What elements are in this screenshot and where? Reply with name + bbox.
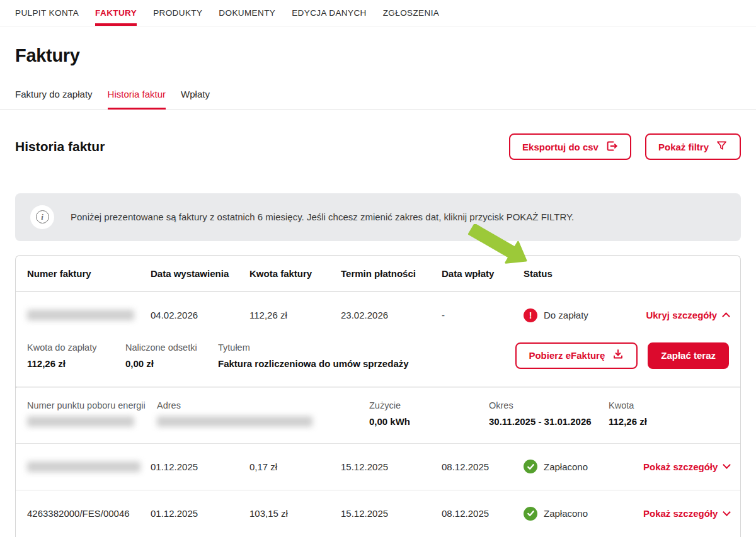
- invoice-number-redacted: [27, 310, 151, 320]
- col-header-payment-date: Data wpłaty: [442, 268, 524, 279]
- table-row: 4263382000/FES/00046 01.12.2025 103,15 z…: [16, 490, 740, 537]
- table-row: 04.02.2026 112,26 zł 23.02.2026 - ! Do z…: [16, 292, 740, 339]
- tab-faktury-do-zaplaty[interactable]: Faktury do zapłaty: [15, 84, 93, 110]
- export-icon: [605, 140, 618, 154]
- status-label: Do zapłaty: [544, 310, 588, 320]
- export-csv-button[interactable]: Eksportuj do csv: [509, 133, 631, 160]
- show-filters-label: Pokaż filtry: [658, 142, 709, 152]
- due-date: 15.12.2025: [341, 461, 442, 472]
- amount-field: Kwota 112,26 zł: [609, 400, 729, 427]
- paid-check-icon: [524, 460, 537, 473]
- nav-item-produkty[interactable]: PRODUKTY: [153, 0, 202, 26]
- nav-item-dokumenty[interactable]: DOKUMENTY: [219, 0, 275, 26]
- invoice-number: 4263382000/FES/00046: [27, 508, 151, 519]
- invoice-title-field: Tytułem Faktura rozliczeniowa do umów sp…: [218, 342, 515, 369]
- table-header-row: Numer faktury Data wystawienia Kwota fak…: [16, 256, 740, 292]
- col-header-due-date: Termin płatności: [341, 268, 442, 279]
- tab-wplaty[interactable]: Wpłaty: [181, 84, 210, 110]
- col-header-status: Status: [524, 268, 643, 279]
- nav-item-pulpit-konta[interactable]: PULPIT KONTA: [15, 0, 79, 26]
- ppe-number-redacted: [27, 416, 134, 427]
- info-icon: i: [30, 205, 54, 229]
- nav-item-zgloszenia[interactable]: ZGŁOSZENIA: [383, 0, 440, 26]
- export-csv-label: Eksportuj do csv: [522, 142, 598, 152]
- invoice-portal-page: { "colors":{"accent_red":"#dc0a2d","stat…: [0, 0, 756, 537]
- nav-item-faktury[interactable]: FAKTURY: [95, 0, 137, 26]
- invoice-amount: 0,17 zł: [249, 461, 341, 472]
- invoice-amount: 103,15 zł: [249, 508, 341, 519]
- status-badge: Zapłacono: [524, 460, 643, 473]
- status-label: Zapłacono: [544, 508, 588, 519]
- address-redacted: [157, 416, 312, 427]
- paid-check-icon: [524, 507, 537, 521]
- section-header: Historia faktur Eksportuj do csv Pokaż f…: [0, 128, 756, 166]
- table-row: 01.12.2025 0,17 zł 15.12.2025 08.12.2025…: [16, 444, 740, 490]
- status-label: Zapłacono: [544, 461, 588, 472]
- top-navigation: PULPIT KONTA FAKTURY PRODUKTY DOKUMENTY …: [0, 0, 756, 26]
- invoice-details-delivery-point: Numer punktu poboru energii Adres Zużyci…: [16, 388, 740, 443]
- col-header-number: Numer faktury: [27, 268, 151, 279]
- show-details-link[interactable]: Pokaż szczegóły: [643, 508, 730, 519]
- show-details-link[interactable]: Pokaż szczegóły: [643, 461, 730, 472]
- chevron-up-icon: [722, 312, 730, 320]
- payment-date: -: [442, 310, 524, 320]
- invoice-table: Numer faktury Data wystawienia Kwota fak…: [15, 255, 741, 537]
- status-badge: Zapłacono: [524, 507, 643, 521]
- payment-date: 08.12.2025: [442, 508, 524, 519]
- issue-date: 04.02.2026: [151, 310, 249, 320]
- period-field: Okres 30.11.2025 - 31.01.2026: [489, 400, 609, 427]
- issue-date: 01.12.2025: [151, 508, 249, 519]
- info-banner-text: Poniżej prezentowane są faktury z ostatn…: [71, 210, 574, 223]
- interest-field: Naliczone odsetki 0,00 zł: [125, 342, 218, 369]
- download-einvoice-button[interactable]: Pobierz eFakturę: [515, 342, 638, 369]
- issue-date: 01.12.2025: [151, 461, 249, 472]
- info-banner: i Poniżej prezentowane są faktury z osta…: [15, 193, 741, 241]
- invoice-tabs: Faktury do zapłaty Historia faktur Wpłat…: [0, 84, 756, 110]
- pay-now-button[interactable]: Zapłać teraz: [648, 342, 729, 369]
- invoice-details-payment: Kwota do zapłaty 112,26 zł Naliczone ods…: [16, 339, 740, 387]
- ppe-number-field: Numer punktu poboru energii: [27, 400, 157, 427]
- page-title: Faktury: [15, 45, 741, 66]
- col-header-issue-date: Data wystawienia: [151, 268, 249, 279]
- tab-historia-faktur[interactable]: Historia faktur: [108, 84, 166, 110]
- payment-date: 08.12.2025: [442, 461, 524, 472]
- due-date: 15.12.2025: [341, 508, 442, 519]
- usage-field: Zużycie 0,00 kWh: [369, 400, 489, 427]
- section-actions: Eksportuj do csv Pokaż filtry: [509, 133, 741, 160]
- invoice-number-redacted: [27, 461, 151, 472]
- filter-funnel-icon: [716, 140, 728, 154]
- address-field: Adres: [157, 400, 369, 427]
- invoice-amount: 112,26 zł: [249, 310, 341, 320]
- chevron-down-icon: [723, 461, 731, 469]
- chevron-down-icon: [723, 508, 731, 516]
- download-icon: [612, 348, 624, 363]
- section-title: Historia faktur: [15, 139, 105, 154]
- unpaid-exclamation-icon: !: [524, 308, 537, 322]
- hide-details-link[interactable]: Ukryj szczegóły: [646, 310, 729, 320]
- nav-item-edycja-danych[interactable]: EDYCJA DANYCH: [292, 0, 366, 26]
- show-filters-button[interactable]: Pokaż filtry: [645, 133, 741, 160]
- col-header-amount: Kwota faktury: [249, 268, 341, 279]
- status-badge: ! Do zapłaty: [524, 308, 643, 322]
- amount-due-field: Kwota do zapłaty 112,26 zł: [27, 342, 125, 369]
- due-date: 23.02.2026: [341, 310, 442, 320]
